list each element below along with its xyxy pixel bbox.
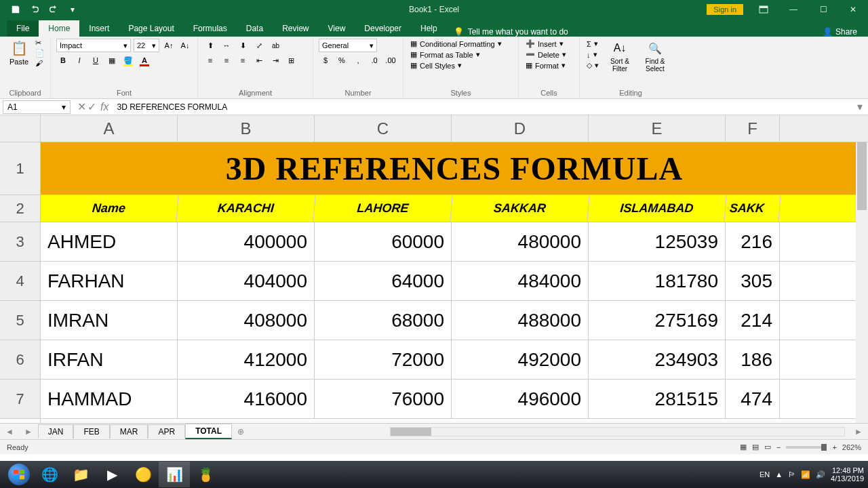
tab-developer[interactable]: Developer [355, 20, 411, 37]
vertical-scrollbar[interactable] [856, 142, 868, 423]
clear-button[interactable]: ◇▾ [585, 60, 600, 70]
orientation-icon[interactable]: ⤢ [252, 39, 266, 52]
new-sheet-icon[interactable]: ⊕ [232, 427, 250, 436]
maximize-icon[interactable]: ☐ [808, 0, 838, 19]
scroll-right-icon[interactable]: ► [849, 427, 868, 436]
align-right-icon[interactable]: ≡ [236, 54, 250, 67]
delete-cells-button[interactable]: ➖Delete▾ [524, 49, 574, 60]
comma-icon[interactable]: , [351, 54, 365, 67]
insert-cells-button[interactable]: ➕Insert▾ [524, 39, 574, 49]
tab-review[interactable]: Review [273, 20, 318, 37]
align-center-icon[interactable]: ≡ [220, 54, 233, 67]
cell[interactable]: IRFAN [41, 340, 178, 379]
row-header[interactable]: 2 [0, 195, 40, 222]
border-button[interactable]: ▦ [105, 54, 119, 67]
cell[interactable]: AHMED [41, 222, 178, 261]
cancel-formula-icon[interactable]: ✕ [77, 100, 86, 113]
tray-volume-icon[interactable]: 🔊 [816, 470, 825, 479]
merge-center-button[interactable]: ⊞ [285, 54, 298, 67]
tab-file[interactable]: File [7, 20, 39, 37]
view-normal-icon[interactable]: ▦ [740, 443, 747, 451]
header-cell[interactable]: Name [41, 195, 179, 222]
wrap-text-button[interactable]: ab [269, 39, 283, 52]
decrease-indent-icon[interactable]: ⇤ [252, 54, 266, 67]
cell[interactable]: 480000 [452, 222, 589, 261]
cut-button[interactable]: ✂ [35, 39, 45, 47]
currency-icon[interactable]: $ [319, 54, 332, 67]
align-middle-icon[interactable]: ↔ [220, 39, 233, 52]
cell[interactable]: 72000 [315, 340, 452, 379]
fill-button[interactable]: ↓▾ [585, 49, 600, 60]
taskbar-excel-icon[interactable]: 📊 [159, 462, 190, 487]
increase-indent-icon[interactable]: ⇥ [269, 54, 282, 67]
increase-decimal-icon[interactable]: .0 [368, 54, 381, 67]
scrollbar-thumb[interactable] [857, 142, 867, 210]
zoom-in-icon[interactable]: + [832, 443, 836, 451]
format-painter-button[interactable]: 🖌 [35, 59, 45, 67]
cell[interactable]: 214 [726, 301, 780, 340]
cell[interactable]: 234903 [589, 340, 726, 379]
tray-network-icon[interactable]: 📶 [801, 470, 810, 479]
underline-button[interactable]: U [89, 54, 102, 67]
percent-icon[interactable]: % [335, 54, 349, 67]
sort-filter-button[interactable]: A↓ Sort & Filter [604, 39, 635, 73]
share-button[interactable]: 👤 Share [823, 27, 857, 37]
tab-page-layout[interactable]: Page Layout [119, 20, 183, 37]
scrollbar-thumb[interactable] [391, 428, 431, 436]
cell[interactable]: 181780 [589, 262, 726, 300]
cell[interactable]: 305 [726, 262, 780, 300]
tell-me[interactable]: 💡 Tell me what you want to do [454, 27, 568, 37]
format-as-table-button[interactable]: ▦Format as Table▾ [409, 49, 513, 60]
sheet-tab-active[interactable]: TOTAL [185, 424, 232, 439]
tab-formulas[interactable]: Formulas [184, 20, 237, 37]
row-header[interactable]: 7 [0, 380, 40, 419]
cell[interactable]: 408000 [178, 301, 315, 340]
tray-clock[interactable]: 12:48 PM 4/13/2019 [831, 466, 864, 483]
enter-formula-icon[interactable]: ✓ [87, 100, 96, 113]
sheet-tab[interactable]: APR [148, 424, 185, 439]
row-header[interactable]: 3 [0, 222, 40, 262]
align-top-icon[interactable]: ⬆ [203, 39, 217, 52]
signin-button[interactable]: Sign in [707, 4, 743, 15]
view-pagebreak-icon[interactable]: ▭ [764, 443, 771, 451]
fill-color-button[interactable]: 🪣 [121, 54, 135, 67]
paste-button[interactable]: 📋 Paste [5, 39, 33, 67]
cell[interactable]: 60000 [315, 222, 452, 261]
bold-button[interactable]: B [56, 54, 70, 67]
redo-icon[interactable] [45, 3, 62, 16]
sheet-tab[interactable]: JAN [38, 424, 74, 439]
header-cell[interactable]: SAKKAR [450, 195, 589, 222]
tray-up-icon[interactable]: ▲ [775, 470, 783, 479]
taskbar-app-icon[interactable]: 🍍 [190, 462, 221, 487]
cell[interactable]: 400000 [178, 222, 315, 261]
tab-insert[interactable]: Insert [79, 20, 119, 37]
cell-styles-button[interactable]: ▦Cell Styles▾ [409, 60, 513, 70]
cell[interactable]: 281515 [589, 380, 726, 418]
cell[interactable]: 484000 [452, 262, 589, 300]
minimize-icon[interactable]: — [778, 0, 808, 19]
align-bottom-icon[interactable]: ⬇ [236, 39, 250, 52]
col-header[interactable]: A [41, 115, 178, 142]
sheet-tab[interactable]: FEB [73, 424, 109, 439]
header-cell[interactable]: ISLAMABAD [587, 195, 726, 222]
ribbon-options-icon[interactable] [749, 0, 778, 19]
select-all-corner[interactable] [0, 115, 40, 142]
save-icon[interactable] [7, 3, 24, 16]
conditional-formatting-button[interactable]: ▦Conditional Formatting▾ [409, 39, 513, 49]
copy-button[interactable]: 📄 [35, 49, 45, 58]
align-left-icon[interactable]: ≡ [203, 54, 217, 67]
zoom-out-icon[interactable]: − [776, 443, 781, 451]
view-pagelayout-icon[interactable]: ▤ [752, 443, 759, 451]
col-header[interactable]: C [315, 115, 452, 142]
cell[interactable]: 404000 [178, 262, 315, 300]
font-name-combo[interactable]: Impact▾ [56, 39, 131, 52]
tab-view[interactable]: View [319, 20, 355, 37]
cell[interactable]: 412000 [178, 340, 315, 379]
taskbar-mediaplayer-icon[interactable]: ▶ [96, 462, 127, 487]
fx-icon[interactable]: fx [100, 101, 108, 113]
cell[interactable]: 216 [726, 222, 780, 261]
cell[interactable]: FARHAN [41, 262, 178, 300]
cell[interactable]: HAMMAD [41, 380, 178, 418]
col-header[interactable]: B [178, 115, 315, 142]
tray-lang[interactable]: EN [760, 470, 770, 479]
